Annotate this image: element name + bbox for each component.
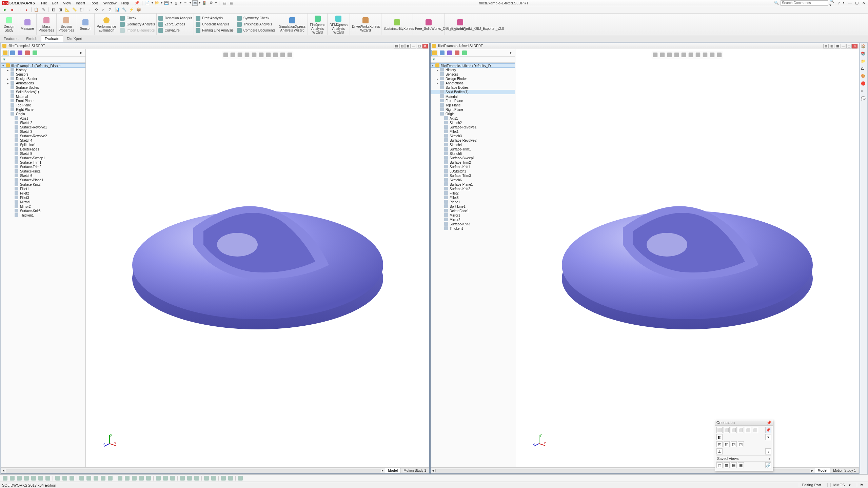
tab-evaluate[interactable]: Evaluate	[41, 35, 63, 42]
tree-node[interactable]: Thicken1	[1, 213, 85, 218]
config-manager-tab[interactable]	[446, 50, 453, 56]
link-views-icon[interactable]: 🔗	[765, 462, 771, 468]
tree-node[interactable]: 3DSketch1	[431, 169, 515, 174]
tree-node[interactable]: Split Line1	[431, 204, 515, 209]
tree-node[interactable]: Surface-Sweep1	[1, 156, 85, 160]
feature-tree-tab[interactable]	[431, 50, 438, 56]
single-view-icon[interactable]: ▢	[716, 462, 723, 468]
sketch-concentric-icon[interactable]	[107, 475, 113, 481]
ribbon-thickness-analysis[interactable]: Thickness Analysis	[237, 21, 275, 27]
options-icon[interactable]: ⚙	[209, 0, 214, 6]
apply-scene-icon[interactable]	[709, 52, 715, 58]
sketch-circle-icon[interactable]	[23, 475, 29, 481]
tree-node[interactable]: Surface-Trim3	[431, 174, 515, 178]
ribbon-symmetry-check[interactable]: Symmetry Check	[237, 15, 275, 21]
properties-icon[interactable]: ≡	[861, 89, 867, 95]
dimxpert-manager-tab[interactable]	[24, 50, 31, 56]
view-bottom-icon[interactable]: ⬜	[752, 427, 758, 433]
tree-node[interactable]: Sketch4	[1, 138, 85, 143]
sketch-horiz-icon[interactable]	[62, 475, 68, 481]
tree-node[interactable]: Sketch2	[431, 121, 515, 125]
ribbon-floxpress-analysis-wizard[interactable]: FloXpress Analysis Wizard	[308, 14, 328, 35]
tree-node[interactable]: Sensors	[1, 72, 85, 77]
graphics-viewport[interactable]: yxz	[515, 49, 859, 467]
library-icon[interactable]: 📁	[861, 59, 867, 65]
tree-node[interactable]: Front Plane	[1, 99, 85, 103]
doc-max[interactable]: ▢	[846, 44, 852, 48]
ribbon-simulationxpress-analysis-wizard[interactable]: SimulationXpress Analysis Wizard	[277, 14, 308, 35]
edit-appearance-icon[interactable]	[702, 52, 708, 58]
sidebar-expand[interactable]: ▸	[508, 50, 514, 56]
tree-node[interactable]: Axis1	[431, 116, 515, 121]
tree-node[interactable]: Surface-Plane1	[431, 182, 515, 187]
tree-node[interactable]: Right Plane	[1, 107, 85, 112]
prev-view-icon[interactable]	[237, 52, 243, 58]
tree-node[interactable]: DeleteFace1	[431, 209, 515, 213]
four-view-icon[interactable]: ▦	[738, 462, 744, 468]
tree-node[interactable]: Surface-Trim1	[1, 160, 85, 165]
doc-tile-3[interactable]: ▦	[835, 44, 840, 48]
ribbon-free_solidworks_obj_exporter_v2.0[interactable]: Free_SolidWorks_OBJ_Exporter_v2.0	[445, 14, 476, 35]
zoom-area-icon[interactable]	[659, 52, 665, 58]
sketch-select-icon[interactable]	[2, 475, 8, 481]
tree-node[interactable]: Sketch6	[1, 174, 85, 178]
print-icon[interactable]: 🖨	[173, 0, 179, 6]
tree-node[interactable]: Surface Bodies	[1, 85, 85, 90]
tree-node[interactable]: Sketch2	[1, 121, 85, 125]
ribbon-free_solidworks_obj_exporter_v2.0[interactable]: Free_SolidWorks_OBJ_Exporter_v2.0	[413, 14, 445, 35]
home-icon[interactable]: 🏠	[861, 44, 867, 50]
view-settings-icon[interactable]	[287, 52, 293, 58]
tree-node[interactable]: Solid Bodies(1)	[431, 90, 515, 94]
view-settings-icon[interactable]	[716, 52, 722, 58]
tree-node[interactable]: Surface Bodies	[431, 85, 515, 90]
view-right-icon[interactable]: ⬜	[738, 427, 744, 433]
new-icon[interactable]: 📄	[145, 0, 150, 6]
sketch-axis-icon[interactable]	[194, 475, 200, 481]
view-cube-icon[interactable]: ▾	[765, 434, 771, 440]
view-left-icon[interactable]: ⬜	[731, 427, 737, 433]
tree-node[interactable]: Split Line1	[1, 143, 85, 147]
sketch-chamfer-icon[interactable]	[162, 475, 169, 481]
menu-window[interactable]: Window	[101, 0, 119, 6]
tree-node[interactable]: Origin	[431, 112, 515, 116]
tree-node[interactable]: Sketch4	[431, 143, 515, 147]
ribbon-measure[interactable]: Measure	[18, 14, 37, 35]
tree-node[interactable]: Front Plane	[431, 99, 515, 103]
two-view-h-icon[interactable]: ▥	[724, 462, 730, 468]
tree-node[interactable]: Top Plane	[431, 103, 515, 107]
sidebar-expand[interactable]: ▸	[78, 50, 85, 56]
tree-node[interactable]: ▸History	[431, 68, 515, 72]
config-manager-tab[interactable]	[17, 50, 23, 56]
sketch-trim-icon[interactable]	[117, 475, 123, 481]
ribbon-curvature[interactable]: Curvature	[158, 27, 192, 34]
sketch-extend-icon[interactable]	[124, 475, 130, 481]
menu-file[interactable]: File	[39, 0, 49, 6]
orientation-panel[interactable]: Orientation📌 ⬜ ⬜ ⬜ ⬜ ⬜ ⬜ 📌 ◧ ▾ ◰ ◱ ◲ ◳ ⊥…	[715, 420, 773, 471]
tree-node[interactable]: Top Plane	[1, 103, 85, 107]
doc-min[interactable]: —	[841, 44, 846, 48]
view-palette-icon[interactable]: 🎨	[861, 74, 867, 80]
search-go-icon[interactable]: 🔍▾	[829, 0, 835, 6]
tree-node[interactable]: Surface-Knit2	[1, 182, 85, 187]
status-units[interactable]: MMGS ▾	[827, 483, 853, 487]
graphics-viewport[interactable]: yxz	[86, 49, 429, 467]
feature-tree-tab[interactable]	[2, 50, 8, 56]
tab-dimxpert[interactable]: DimXpert	[63, 35, 86, 42]
ribbon-sustainabilityxpress[interactable]: SustainabilityXpress	[381, 14, 413, 35]
tree-node[interactable]: ▸Annotations	[1, 81, 85, 85]
sketch-coincident-icon[interactable]	[79, 475, 85, 481]
sketch-offset-icon[interactable]	[131, 475, 137, 481]
tree-node[interactable]: Surface-Knit3	[1, 209, 85, 213]
view-orient-icon[interactable]	[680, 52, 687, 58]
tree-node[interactable]: Sketch3	[1, 129, 85, 134]
record-icon[interactable]: ●	[23, 7, 29, 13]
open-icon[interactable]: 📂	[154, 0, 160, 6]
pause-icon[interactable]: ⏸	[16, 7, 22, 13]
help-icon[interactable]: ?	[836, 0, 842, 6]
tree-node[interactable]: Surface-Sweep1	[431, 156, 515, 160]
tree-node[interactable]: Surface-Plane1	[1, 178, 85, 182]
display-manager-tab[interactable]	[461, 50, 468, 56]
rebuild-icon[interactable]: 🚦	[202, 0, 207, 6]
zoom-fit-icon[interactable]	[222, 52, 229, 58]
restore-button[interactable]: ▢	[854, 1, 860, 5]
